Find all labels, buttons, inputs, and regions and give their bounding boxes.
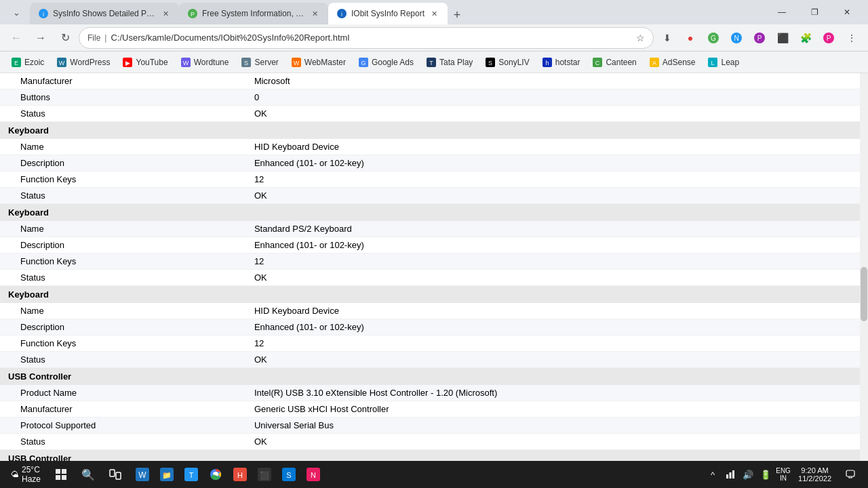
value-cell: Enhanced (101- or 102-key) [246,237,860,253]
forward-button[interactable]: → [30,27,52,49]
bookmark-sonyliv-label: SonyLIV [498,58,529,67]
bookmark-wordpress[interactable]: W WordPress [51,54,115,70]
bookmark-googleads[interactable]: G Google Ads [353,54,419,70]
pinned-app-7[interactable]: S [277,462,301,487]
tab-1-close[interactable]: ✕ [160,8,171,19]
label-cell: Name [0,303,246,319]
adsense-icon: A [649,57,660,68]
bookmark-sonyliv[interactable]: S SonyLIV [479,54,534,70]
table-row: Function Keys 12 [0,253,860,270]
bookmark-leap[interactable]: L Leap [702,54,745,70]
bookmark-webmaster[interactable]: W WebMaster [285,54,351,70]
taskbar-weather[interactable]: 🌤 25°C Haze [5,462,46,487]
taskbar-pinned-apps: W 📁 T H ⬛ S N [130,462,326,487]
wordpress-icon: W [56,57,67,68]
table-row: Name HID Keyboard Device [0,139,860,155]
pinned-app-3[interactable]: T [179,462,203,487]
tab-3-close[interactable]: ✕ [429,8,439,19]
pinned-app-1[interactable]: W [130,462,155,487]
clock-time: 9:20 AM [801,466,828,474]
label-cell: Name [0,139,246,155]
svg-text:h: h [545,60,549,66]
pinned-app-2[interactable]: 📁 [155,462,179,487]
scrollbar[interactable] [860,73,868,461]
menu-icon[interactable]: ⋮ [841,27,863,49]
bookmark-server[interactable]: S Server [235,54,283,70]
label-cell: Protocol Supported [0,418,246,434]
weather-icon: 🌤 [11,470,19,479]
svg-text:⬛: ⬛ [260,470,269,480]
bookmark-wordtune[interactable]: W Wordtune [175,54,235,70]
system-tray: ^ 🔊 🔋 ENG IN 9:20 AM 11/2/2022 [705,462,863,487]
tab-3-title: IObit SysInfo Report [351,9,425,18]
scrollbar-thumb[interactable] [861,267,867,321]
extensions-icon[interactable]: 🧩 [795,27,816,49]
svg-text:C: C [595,60,600,66]
svg-text:L: L [711,60,715,66]
sonyliv-icon: S [485,57,496,68]
svg-text:P: P [757,35,762,42]
start-button[interactable] [49,462,73,487]
tray-show-hidden-icon[interactable]: ^ [705,462,721,487]
hotstar-icon: h [542,57,553,68]
task-view-button[interactable] [103,462,127,487]
value-cell: Enhanced (101- or 102-key) [246,319,860,336]
bookmark-star-icon[interactable]: ☆ [636,33,645,43]
tab-2-title: Free System Information, PC Spe... [202,9,305,18]
svg-text:S: S [244,60,248,66]
address-bar[interactable]: File | C:/Users/kamle/Documents/IObit%20… [79,27,654,49]
table-row: Description Enhanced (101- or 102-key) [0,155,860,171]
bookmark-tataplay[interactable]: T Tata Play [420,54,478,70]
value-cell: 12 [246,253,860,270]
pinned-app-8[interactable]: N [301,462,326,487]
label-cell: Manufacturer [0,401,246,418]
table-row: Function Keys 12 [0,171,860,188]
extension-1-icon[interactable]: ● [679,27,701,49]
minimize-button[interactable]: — [766,1,797,23]
pinned-app-6[interactable]: ⬛ [252,462,277,487]
extension-5-icon[interactable]: ⬛ [772,27,793,49]
search-taskbar-button[interactable]: 🔍 [76,462,100,487]
bookmark-hotstar[interactable]: h hotstar [536,54,586,70]
bookmark-ezoic[interactable]: E Ezoic [5,54,50,70]
tab-1[interactable]: i SysInfo Shows Detailed PC Spec... ✕ [30,3,179,24]
label-cell: Name [0,221,246,237]
label-cell: Buttons [0,89,246,106]
reload-button[interactable]: ↻ [54,27,76,49]
tray-battery-icon[interactable]: 🔋 [757,462,774,487]
tray-volume-icon[interactable]: 🔊 [740,462,756,487]
tab-3[interactable]: i IObit SysInfo Report ✕ [328,3,448,24]
svg-text:N: N [734,35,738,42]
table-row: Status OK [0,352,860,368]
notification-button[interactable] [838,462,863,487]
tab-2-close[interactable]: ✕ [309,8,320,19]
window-controls: — ❐ ✕ [766,1,863,23]
pinned-app-4-chrome[interactable] [203,462,228,487]
pinned-app-5[interactable]: H [228,462,252,487]
report-table[interactable]: Manufacturer Microsoft Buttons 0 Status … [0,73,860,461]
toolbar: ← → ↻ File | C:/Users/kamle/Documents/IO… [0,24,868,52]
bookmark-youtube[interactable]: ▶ YouTube [117,54,173,70]
bookmark-canteen[interactable]: C Canteen [587,54,642,70]
tray-language-icon[interactable]: ENG IN [775,462,791,487]
svg-text:T: T [189,471,194,479]
bookmark-adsense[interactable]: A AdSense [644,54,701,70]
extension-3-icon[interactable]: N [726,27,747,49]
label-cell: Status [0,434,246,450]
new-tab-button[interactable]: + [448,5,467,24]
close-button[interactable]: ✕ [831,1,863,23]
value-cell: Enhanced (101- or 102-key) [246,155,860,171]
extension-4-icon[interactable]: P [749,27,770,49]
section-header-usb-1: USB Controller [0,368,860,386]
tab-3-favicon: i [336,8,347,19]
tab-2[interactable]: P Free System Information, PC Spe... ✕ [179,3,328,24]
svg-rect-63 [730,472,732,479]
extension-2-icon[interactable]: G [703,27,724,49]
tab-strip-menu-btn[interactable]: ⌄ [5,1,27,23]
profile-icon[interactable]: P [818,27,840,49]
download-icon[interactable]: ⬇ [656,27,678,49]
taskbar-clock[interactable]: 9:20 AM 11/2/2022 [793,464,837,485]
back-button[interactable]: ← [5,27,27,49]
restore-button[interactable]: ❐ [799,1,830,23]
tray-network-icon[interactable] [722,462,738,487]
